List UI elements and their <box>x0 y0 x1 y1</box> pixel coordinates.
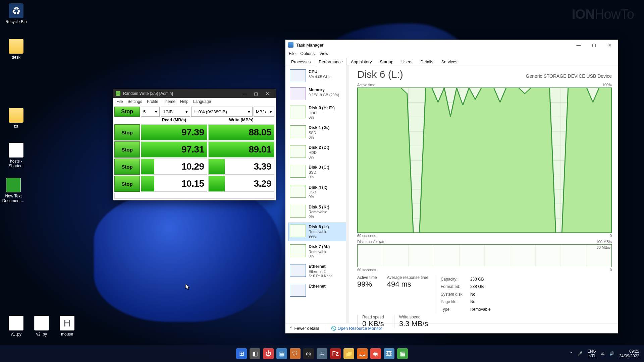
minimize-button[interactable]: — <box>239 89 250 98</box>
sidebar-item-d5[interactable]: Disk 5 (K:)Removable0% <box>288 203 348 221</box>
row-stop-button-0[interactable]: Stop <box>114 124 140 140</box>
close-button[interactable]: ✕ <box>602 40 617 50</box>
size-select[interactable]: 1GiB▾ <box>161 107 190 117</box>
active-time-graph <box>357 87 612 233</box>
thumb-icon <box>290 244 306 257</box>
row-stop-button-1[interactable]: Stop <box>114 141 140 158</box>
sidebar-item-d4[interactable]: Disk 4 (I:)USB0% <box>288 183 348 201</box>
sidebar-item-d3[interactable]: Disk 3 (C:)SSD0% <box>288 163 348 181</box>
sidebar-item-mem[interactable]: Memory9.1/31.9 GB (29%) <box>288 85 348 102</box>
desktop-icon-hosts[interactable]: hosts - Shortcut <box>3 143 29 168</box>
taskbar-tm[interactable]: ▤ <box>276 348 287 359</box>
tm-titlebar[interactable]: Task Manager — ▢ ✕ <box>285 40 618 50</box>
desktop-icon-mouse[interactable]: Hmouse <box>54 316 80 337</box>
app-icon <box>116 91 120 96</box>
tab-startup[interactable]: Startup <box>376 58 397 65</box>
device-name: Generic STORAGE DEVICE USB Device <box>526 73 612 79</box>
benchmark-menubar: FileSettingsProfileThemeHelpLanguage <box>113 98 276 105</box>
clock[interactable]: 09:22 24/09/2022 <box>619 349 639 359</box>
benchmark-titlebar[interactable]: Random Write (2/5) [Admin] — ▢ ✕ <box>113 89 276 98</box>
unit-select[interactable]: MB/s▾ <box>254 107 274 117</box>
taskbar-power[interactable]: ⏻ <box>263 348 274 359</box>
close-button[interactable]: ✕ <box>262 89 273 98</box>
menu-settings[interactable]: Settings <box>127 99 142 104</box>
sidebar-item-d2[interactable]: Disk 2 (D:)HDD0% <box>288 143 348 162</box>
sidebar-item-d1[interactable]: Disk 1 (G:)SSD0% <box>288 123 348 142</box>
tray-chevron-icon[interactable]: ⌃ <box>570 351 573 356</box>
taskbar-start[interactable]: ⊞ <box>236 348 247 359</box>
desktop-icon-txt[interactable]: txt <box>3 108 29 129</box>
menu-profile[interactable]: Profile <box>147 99 158 104</box>
volume-icon[interactable]: 🔊 <box>609 351 614 356</box>
thumb-icon <box>290 165 306 178</box>
menu-file[interactable]: File <box>289 51 296 56</box>
transfer-rate-graph: 60 MB/s <box>357 244 612 267</box>
menu-options[interactable]: Options <box>300 51 315 56</box>
desktop-icon-v2py[interactable]: v2 .py <box>29 316 54 337</box>
maximize-button[interactable]: ▢ <box>586 40 602 50</box>
sidebar-item-d7[interactable]: Disk 7 (M:)Removable0% <box>288 242 348 261</box>
thumb-icon <box>290 225 306 237</box>
thumb-icon <box>290 264 306 277</box>
all-stop-button[interactable]: Stop <box>114 107 140 117</box>
drive-select[interactable]: L: 0% (0/238GiB)▾ <box>191 107 253 117</box>
desktop-icon-recycle-bin[interactable]: ♻Recycle Bin <box>3 3 29 24</box>
taskbar-sec[interactable]: 🛡 <box>290 348 301 359</box>
taskbar-cdm[interactable]: ▦ <box>397 348 408 359</box>
tab-details[interactable]: Details <box>417 58 437 65</box>
taskbar-photos[interactable]: 🖼 <box>384 348 394 359</box>
read-value-1: 97.31 <box>141 141 207 158</box>
taskbar-obs[interactable]: ◎ <box>303 348 314 359</box>
menu-file[interactable]: File <box>116 99 123 104</box>
read-value-3: 10.15 <box>141 176 207 192</box>
write-value-2: 3.39 <box>208 159 275 175</box>
tab-app-history[interactable]: App history <box>347 58 376 65</box>
taskbar-app1[interactable]: ⌗ <box>317 348 327 359</box>
avg-response-value: 494 ms <box>387 280 428 289</box>
mic-icon[interactable]: 🎤 <box>578 351 583 356</box>
benchmark-statusbar <box>114 193 274 199</box>
input-lang[interactable]: ENG <box>587 349 596 354</box>
taskbar-taskview[interactable]: ◧ <box>250 348 260 359</box>
network-icon[interactable]: 🖧 <box>601 351 605 356</box>
tm-tabs: ProcessesPerformanceApp historyStartupUs… <box>285 57 618 65</box>
menu-view[interactable]: View <box>319 51 328 56</box>
maximize-button[interactable]: ▢ <box>250 89 262 98</box>
row-stop-button-2[interactable]: Stop <box>114 159 140 175</box>
menu-help[interactable]: Help <box>180 99 189 104</box>
tab-performance[interactable]: Performance <box>315 58 346 65</box>
fewer-details-button[interactable]: Fewer details <box>289 326 319 331</box>
task-manager-window: Task Manager — ▢ ✕ FileOptionsView Proce… <box>285 40 618 334</box>
taskbar-chrome[interactable]: ◉ <box>370 348 381 359</box>
tab-processes[interactable]: Processes <box>287 58 314 65</box>
taskbar: ⊞◧⏻▤🛡◎⌗Fz📁🦊◉🖼▦ ⌃ 🎤 ENG INTL 🖧 🔊 09:22 24… <box>0 345 644 362</box>
sidebar-item-eth[interactable]: EthernetEthernet 2S: 0 R: 0 Kbps <box>288 262 348 281</box>
desktop-icon-desk[interactable]: desk <box>3 39 29 60</box>
menu-theme[interactable]: Theme <box>163 99 175 104</box>
thumb-icon <box>290 87 306 100</box>
runs-select[interactable]: 5▾ <box>141 107 160 117</box>
taskbar-explorer[interactable]: 📁 <box>343 348 354 359</box>
input-layout: INTL <box>587 354 596 358</box>
taskbar-filezilla[interactable]: Fz <box>330 348 341 359</box>
sidebar-item-eth2[interactable]: Ethernet <box>288 282 348 299</box>
write-speed-value: 3.3 MB/s <box>399 319 428 328</box>
tab-services[interactable]: Services <box>438 58 461 65</box>
taskbar-firefox[interactable]: 🦊 <box>357 348 368 359</box>
minimize-button[interactable]: — <box>571 40 586 50</box>
sidebar-item-cpu[interactable]: CPU3% 4.05 GHz <box>288 67 348 84</box>
sidebar-item-d0[interactable]: Disk 0 (H: E:)HDD0% <box>288 104 348 122</box>
open-resource-monitor-link[interactable]: Open Resource Monitor <box>331 326 382 331</box>
tab-users[interactable]: Users <box>398 58 416 65</box>
desktop-icon-v1py[interactable]: v1 .py <box>3 316 29 337</box>
read-header: Read (MB/s) <box>141 118 207 122</box>
disk-heading: Disk 6 (L:) Generic STORAGE DEVICE USB D… <box>357 69 612 80</box>
sidebar-item-d6[interactable]: Disk 6 (L:)Removable99% <box>288 223 348 241</box>
row-stop-button-3[interactable]: Stop <box>114 176 140 192</box>
desktop-icon-newtext[interactable]: New Text Document… <box>1 178 26 203</box>
tm-app-icon <box>288 42 293 48</box>
mouse-cursor <box>185 284 191 290</box>
write-value-3: 3.29 <box>208 176 275 192</box>
thumb-icon <box>290 205 306 218</box>
menu-language[interactable]: Language <box>193 99 211 104</box>
